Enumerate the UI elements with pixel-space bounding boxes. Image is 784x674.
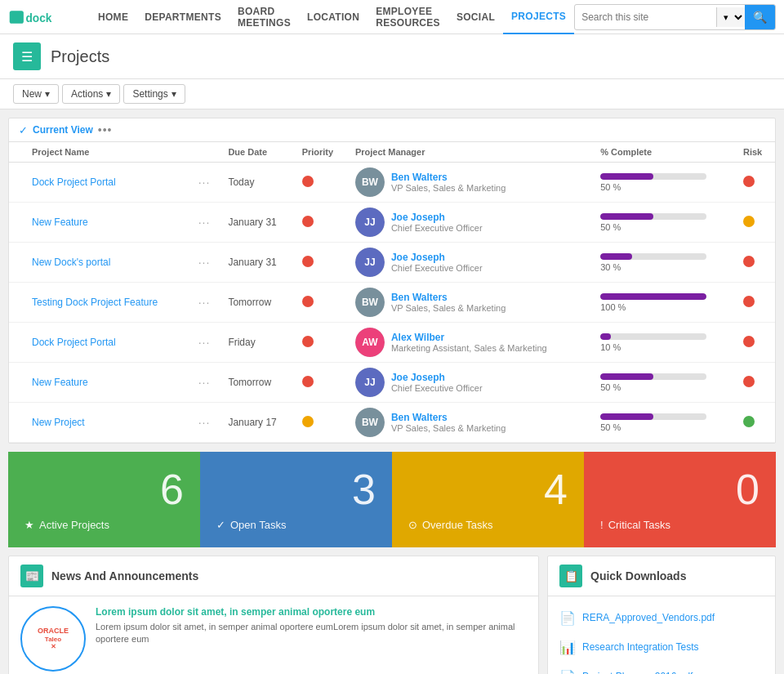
nav-location[interactable]: LOCATION	[299, 0, 368, 34]
svg-rect-0	[10, 11, 24, 23]
project-name-cell[interactable]: New Dock's portal	[25, 243, 192, 283]
chevron-down-icon: ▾	[172, 88, 176, 100]
nav-home[interactable]: HOME	[90, 0, 136, 34]
pm-cell: BW Ben Walters VP Sales, Sales & Marketi…	[349, 283, 594, 323]
table-row: New Feature ··· Tomorrow JJ Joe Joseph C…	[9, 363, 775, 403]
download-file-icon: 📊	[559, 639, 576, 655]
stat-box-red[interactable]: 0 ! Critical Tasks	[584, 452, 776, 547]
pm-info: Joe Joseph Chief Executive Officer	[391, 372, 483, 393]
pm-info: Ben Walters VP Sales, Sales & Marketing	[391, 412, 506, 433]
priority-cell	[296, 283, 349, 323]
project-name-cell[interactable]: Dock Project Portal	[25, 163, 192, 203]
logo[interactable]: dock	[8, 5, 74, 29]
pm-avatar: JJ	[355, 368, 385, 397]
settings-button[interactable]: Settings ▾	[123, 84, 185, 104]
project-name-cell[interactable]: New Feature	[25, 363, 192, 403]
news-section: 📰 News And Announcements ORACLE Taleo ✕ …	[8, 556, 539, 674]
pm-info: Joe Joseph Chief Executive Officer	[391, 212, 483, 233]
download-name: Project Planner_2016.pdf	[582, 671, 693, 674]
row-options[interactable]: ···	[192, 163, 222, 203]
nav-board-meetings[interactable]: BOARD MEETINGS	[229, 0, 299, 34]
table-row: New Project ··· January 17 BW Ben Walter…	[9, 403, 775, 443]
pm-cell: BW Ben Walters VP Sales, Sales & Marketi…	[349, 403, 594, 443]
nav-projects[interactable]: PROJECTS	[503, 0, 574, 34]
stat-box-blue[interactable]: 3 ✓ Open Tasks	[200, 452, 392, 547]
row-check	[9, 163, 25, 203]
chevron-down-icon: ▾	[106, 88, 111, 100]
row-check	[9, 203, 25, 243]
project-name-cell[interactable]: New Feature	[25, 203, 192, 243]
project-name-cell[interactable]: New Project	[25, 403, 192, 443]
news-section-header: 📰 News And Announcements	[9, 556, 538, 596]
pm-name[interactable]: Joe Joseph	[391, 372, 483, 383]
pm-cell: AW Alex Wilber Marketing Assistant, Sale…	[349, 323, 594, 363]
pm-info: Ben Walters VP Sales, Sales & Marketing	[391, 292, 506, 313]
priority-cell	[296, 243, 349, 283]
pm-avatar: JJ	[355, 208, 385, 237]
current-view-label[interactable]: Current View	[33, 124, 93, 136]
progress-cell: 10 %	[594, 323, 737, 363]
search-button[interactable]: 🔍	[745, 5, 775, 29]
row-options[interactable]: ···	[192, 203, 222, 243]
nav-employee-resources[interactable]: EMPLOYEE RESOURCES	[368, 0, 448, 34]
stat-box-yellow[interactable]: 4 ⊙ Overdue Tasks	[392, 452, 584, 547]
download-item[interactable]: 📄 Project Planner_2016.pdf	[548, 662, 775, 674]
row-options[interactable]: ···	[192, 283, 222, 323]
view-check-icon: ✓	[19, 124, 28, 136]
nav-social[interactable]: SOCIAL	[448, 0, 503, 34]
project-name-cell[interactable]: Dock Project Portal	[25, 323, 192, 363]
pm-cell: JJ Joe Joseph Chief Executive Officer	[349, 203, 594, 243]
table-row: Dock Project Portal ··· Today BW Ben Wal…	[9, 163, 775, 203]
actions-button[interactable]: Actions ▾	[62, 84, 120, 104]
pm-name[interactable]: Ben Walters	[391, 292, 506, 303]
downloads-section-header: 📋 Quick Downloads	[548, 556, 775, 596]
stat-label: ★ Active Projects	[24, 519, 184, 531]
row-options[interactable]: ···	[192, 363, 222, 403]
pm-title: Chief Executive Officer	[391, 223, 483, 233]
page-header: ☰ Projects	[0, 34, 784, 79]
download-item[interactable]: 📄 RERA_Approved_Vendors.pdf	[548, 603, 775, 632]
pm-cell: JJ Joe Joseph Chief Executive Officer	[349, 243, 594, 283]
col-risk: Risk	[737, 142, 775, 163]
stat-label: ⊙ Overdue Tasks	[408, 519, 568, 531]
download-item[interactable]: 📊 Research Integration Tests	[548, 632, 775, 662]
nav-departments[interactable]: DEPARTMENTS	[136, 0, 229, 34]
due-date-cell: January 17	[221, 403, 295, 443]
projects-table-body: Dock Project Portal ··· Today BW Ben Wal…	[9, 163, 775, 443]
download-file-icon: 📄	[559, 609, 576, 626]
downloads-list: 📄 RERA_Approved_Vendors.pdf 📊 Research I…	[548, 596, 775, 674]
download-name: Research Integration Tests	[582, 641, 699, 653]
table-row: New Dock's portal ··· January 31 JJ Joe …	[9, 243, 775, 283]
stat-icon: !	[600, 519, 604, 531]
pm-name[interactable]: Ben Walters	[391, 172, 506, 183]
search-scope-select[interactable]: ▾	[716, 7, 745, 27]
row-options[interactable]: ···	[192, 323, 222, 363]
stat-icon: ✓	[216, 519, 225, 531]
stats-row: 6 ★ Active Projects 3 ✓ Open Tasks 4 ⊙ O…	[8, 452, 776, 547]
col-progress: % Complete	[594, 142, 737, 163]
row-options[interactable]: ···	[192, 403, 222, 443]
stat-box-green[interactable]: 6 ★ Active Projects	[8, 452, 200, 547]
view-bar: ✓ Current View •••	[9, 118, 775, 142]
pm-name[interactable]: Ben Walters	[391, 412, 506, 423]
download-file-icon: 📄	[559, 668, 576, 674]
progress-pct: 50 %	[600, 182, 706, 192]
view-options-dots[interactable]: •••	[98, 123, 113, 136]
downloads-section: 📋 Quick Downloads 📄 RERA_Approved_Vendor…	[547, 556, 776, 674]
search-box: ▾ 🔍	[574, 4, 776, 30]
risk-cell	[737, 243, 775, 283]
pm-info: Ben Walters VP Sales, Sales & Marketing	[391, 172, 506, 193]
stat-icon: ★	[24, 519, 34, 531]
project-name-cell[interactable]: Testing Dock Project Feature	[25, 283, 192, 323]
due-date-cell: January 31	[221, 203, 295, 243]
pm-name[interactable]: Joe Joseph	[391, 252, 483, 263]
progress-pct: 100 %	[600, 302, 706, 312]
row-options[interactable]: ···	[192, 243, 222, 283]
priority-cell	[296, 163, 349, 203]
pm-title: VP Sales, Sales & Marketing	[391, 183, 506, 193]
hamburger-menu[interactable]: ☰	[13, 42, 41, 70]
new-button[interactable]: New ▾	[13, 84, 59, 104]
pm-name[interactable]: Joe Joseph	[391, 212, 483, 223]
pm-name[interactable]: Alex Wilber	[391, 332, 547, 343]
search-input[interactable]	[575, 7, 716, 27]
